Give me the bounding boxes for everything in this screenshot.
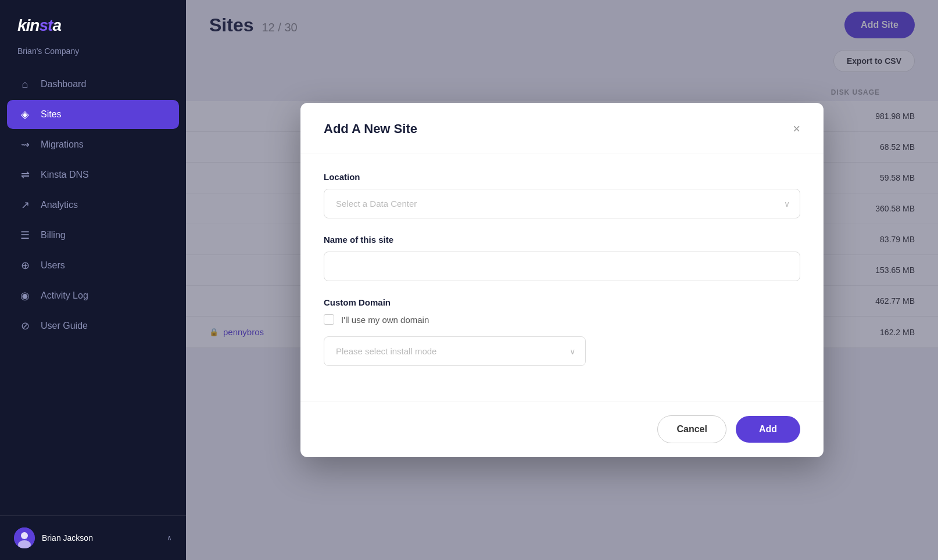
sidebar-logo-area: kinsta (0, 0, 186, 46)
sidebar-item-user-guide[interactable]: ⊘ User Guide (7, 311, 179, 340)
data-center-select[interactable]: Select a Data Center (324, 189, 800, 218)
users-icon: ⊕ (19, 259, 31, 272)
sidebar-nav: ⌂ Dashboard ◈ Sites ⇝ Migrations ⇌ Kinst… (0, 70, 186, 515)
sidebar-item-analytics[interactable]: ↗ Analytics (7, 191, 179, 220)
data-center-select-wrapper: Select a Data Center ∨ (324, 189, 800, 218)
modal-title: Add A New Site (324, 121, 417, 137)
sidebar-item-dashboard[interactable]: ⌂ Dashboard (7, 70, 179, 99)
sidebar-item-label: Dashboard (41, 79, 86, 89)
sidebar-item-label: Kinsta DNS (41, 170, 89, 180)
sidebar-item-users[interactable]: ⊕ Users (7, 251, 179, 280)
sidebar-item-label: Migrations (41, 139, 84, 150)
sites-icon: ◈ (19, 108, 31, 121)
sidebar-footer: Brian Jackson ∧ (0, 515, 186, 560)
avatar-image (14, 527, 35, 548)
chevron-up-icon: ∧ (167, 534, 172, 542)
location-label: Location (324, 172, 800, 182)
analytics-icon: ↗ (19, 199, 31, 211)
footer-user[interactable]: Brian Jackson (14, 527, 93, 548)
dns-icon: ⇌ (19, 168, 31, 181)
modal-body: Location Select a Data Center ∨ Name of … (300, 153, 824, 401)
avatar (14, 527, 35, 548)
add-site-modal: Add A New Site × Location Select a Data … (300, 103, 824, 457)
sidebar-item-sites[interactable]: ◈ Sites (7, 100, 179, 129)
custom-domain-checkbox-label[interactable]: I'll use my own domain (341, 315, 429, 325)
sidebar-item-label: User Guide (41, 321, 88, 331)
sidebar: kinsta Brian's Company ⌂ Dashboard ◈ Sit… (0, 0, 186, 560)
custom-domain-checkbox[interactable] (324, 314, 334, 325)
custom-domain-checkbox-row: I'll use my own domain (324, 314, 800, 325)
sidebar-item-label: Billing (41, 230, 66, 240)
user-guide-icon: ⊘ (19, 320, 31, 332)
site-name-input[interactable] (324, 252, 800, 281)
site-name-label: Name of this site (324, 235, 800, 245)
user-name: Brian Jackson (42, 533, 93, 543)
activity-log-icon: ◉ (19, 289, 31, 302)
modal-header: Add A New Site × (300, 103, 824, 153)
sidebar-item-label: Sites (41, 109, 62, 120)
sidebar-item-migrations[interactable]: ⇝ Migrations (7, 130, 179, 159)
sidebar-item-kinsta-dns[interactable]: ⇌ Kinsta DNS (7, 160, 179, 189)
logo: kinsta (17, 16, 169, 35)
company-name: Brian's Company (0, 46, 186, 70)
add-button[interactable]: Add (736, 416, 800, 443)
main-content: Sites 12 / 30 Add Site Export to CSV DIS… (186, 0, 938, 560)
custom-domain-section: Custom Domain I'll use my own domain Ple… (324, 297, 800, 366)
modal-overlay: Add A New Site × Location Select a Data … (186, 0, 938, 560)
site-name-section: Name of this site (324, 235, 800, 281)
install-mode-wrapper: Please select install mode ∨ (324, 336, 586, 366)
sidebar-item-label: Activity Log (41, 290, 88, 301)
sidebar-item-activity-log[interactable]: ◉ Activity Log (7, 281, 179, 310)
location-section: Location Select a Data Center ∨ (324, 172, 800, 218)
sidebar-item-billing[interactable]: ☰ Billing (7, 221, 179, 250)
sidebar-item-label: Analytics (41, 200, 78, 210)
sidebar-item-label: Users (41, 260, 65, 271)
cancel-button[interactable]: Cancel (657, 415, 726, 443)
dashboard-icon: ⌂ (19, 78, 31, 91)
modal-footer: Cancel Add (300, 401, 824, 457)
migrations-icon: ⇝ (19, 138, 31, 151)
svg-point-1 (21, 532, 28, 539)
custom-domain-label: Custom Domain (324, 297, 800, 307)
install-mode-select[interactable]: Please select install mode (324, 336, 586, 366)
billing-icon: ☰ (19, 229, 31, 242)
modal-close-button[interactable]: × (793, 123, 800, 135)
